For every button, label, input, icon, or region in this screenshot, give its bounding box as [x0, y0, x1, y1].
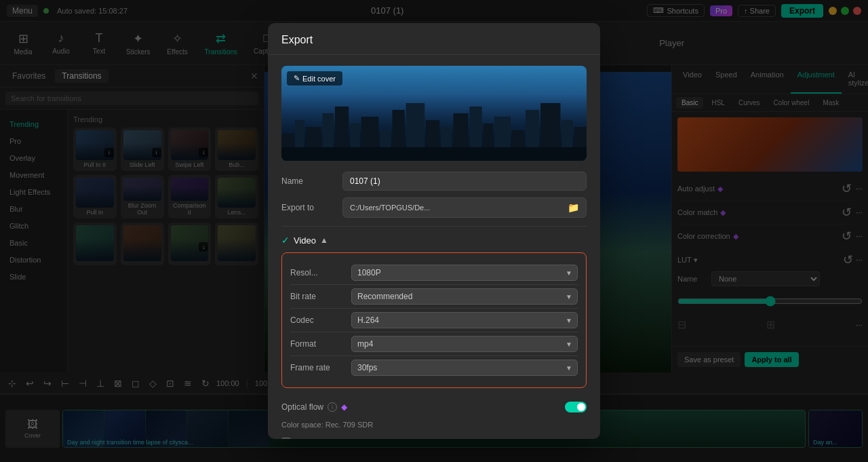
resolution-select-wrapper: 1080P 720P 4K ▼	[351, 265, 578, 281]
optical-flow-toggle[interactable]	[565, 402, 587, 412]
export-path[interactable]: C:/Users/TOPGUS/De... 📁	[342, 197, 587, 218]
bitrate-select-wrapper: Recommended Low High ▼	[351, 288, 578, 305]
optical-flow-row: Optical flow i ◆	[281, 396, 587, 418]
optical-flow-info-icon[interactable]: i	[328, 402, 337, 412]
codec-select-wrapper: H.264 H.265 ▼	[351, 312, 578, 328]
bitrate-row: Bit rate Recommended Low High ▼	[290, 285, 578, 309]
optical-flow-gem-icon: ◆	[341, 402, 347, 412]
framerate-label: Frame rate	[290, 363, 351, 372]
export-path-text: C:/Users/TOPGUS/De...	[350, 204, 430, 212]
video-settings-box: Resol... 1080P 720P 4K ▼ Bit rate	[281, 252, 587, 388]
export-to-form-row: Export to C:/Users/TOPGUS/De... 📁	[281, 197, 587, 218]
framerate-row: Frame rate 30fps 24fps 60fps ▼	[290, 356, 578, 379]
audio-header[interactable]: Audio ▼	[281, 437, 587, 439]
modal-title: Export	[281, 34, 313, 46]
framerate-select[interactable]: 30fps 24fps 60fps	[351, 360, 578, 376]
modal-overlay: Export	[0, 0, 868, 462]
resolution-select[interactable]: 1080P 720P 4K	[351, 265, 578, 281]
video-section-label: Video	[294, 235, 316, 246]
section-divider-1	[281, 226, 587, 227]
modal-body: ✎ Edit cover Name Export to C:/Users/TOP…	[268, 55, 600, 439]
format-label: Format	[290, 339, 351, 349]
format-select-wrapper: mp4 mov avi ▼	[351, 336, 578, 352]
export-to-label: Export to	[281, 203, 336, 212]
format-select[interactable]: mp4 mov avi	[351, 336, 578, 352]
edit-cover-label: Edit cover	[302, 75, 336, 83]
audio-section: Audio ▼ Format MP3 AAC ▼	[281, 431, 587, 439]
audio-check	[281, 438, 291, 439]
audio-expand-icon[interactable]: ▼	[321, 438, 328, 439]
optical-flow-label: Optical flow i ◆	[281, 402, 565, 412]
video-check-icon[interactable]: ✓	[281, 235, 290, 246]
pencil-icon: ✎	[294, 74, 300, 83]
color-space-text: Color space: Rec. 709 SDR	[281, 418, 587, 431]
preview-image: ✎ Edit cover	[281, 66, 587, 161]
name-form-label: Name	[281, 176, 336, 186]
optical-flow-text: Optical flow	[281, 402, 323, 412]
city-skyline-svg	[281, 93, 587, 161]
audio-label: Audio	[295, 437, 317, 439]
name-input[interactable]	[342, 172, 587, 191]
format-row: Format mp4 mov avi ▼	[290, 332, 578, 356]
framerate-select-wrapper: 30fps 24fps 60fps ▼	[351, 360, 578, 376]
codec-select[interactable]: H.264 H.265	[351, 312, 578, 328]
svg-rect-21	[281, 147, 587, 161]
edit-cover-button[interactable]: ✎ Edit cover	[287, 71, 342, 85]
codec-row: Codec H.264 H.265 ▼	[290, 309, 578, 332]
video-section-header: ✓ Video ▲	[281, 235, 587, 246]
collapse-icon[interactable]: ▲	[320, 235, 328, 245]
bitrate-label: Bit rate	[290, 292, 351, 301]
folder-icon[interactable]: 📁	[568, 202, 579, 213]
modal-header: Export	[268, 23, 600, 55]
resolution-row: Resol... 1080P 720P 4K ▼	[290, 261, 578, 285]
bitrate-select[interactable]: Recommended Low High	[351, 288, 578, 305]
export-modal: Export	[268, 23, 600, 439]
resolution-label: Resol...	[290, 268, 351, 277]
codec-label: Codec	[290, 315, 351, 325]
name-form-row: Name	[281, 172, 587, 191]
